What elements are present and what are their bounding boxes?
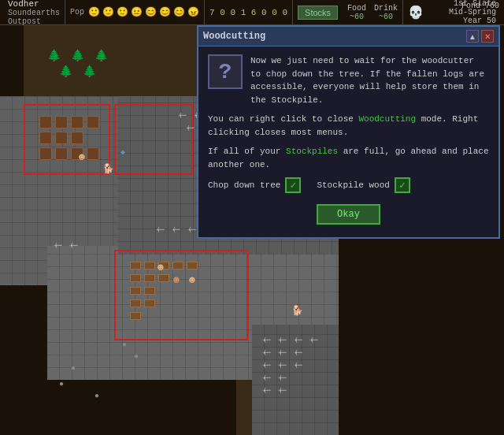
pop-section: Pop 🙂 🙂 🙂 😐 😊 😊 😊 😠	[65, 0, 205, 24]
fond-label: Fond 760	[461, 2, 499, 10]
log-11	[130, 299, 141, 307]
barrel-6	[55, 132, 68, 144]
food-label: Food	[347, 4, 366, 13]
drink-section: Drink ~60	[374, 4, 398, 21]
dwarf-face-2: 🙂	[102, 6, 114, 18]
log-4	[172, 262, 183, 270]
rock-5: ●	[134, 352, 139, 361]
log-6	[130, 274, 141, 282]
barrel-1	[39, 116, 52, 128]
dwarf-sprite-3: ☻	[173, 274, 180, 286]
barrel-9	[55, 147, 68, 160]
log-12	[144, 299, 155, 307]
log-13	[130, 312, 141, 320]
dog-2: 🐕	[291, 305, 303, 317]
modal-controls: ▲ ✕	[466, 30, 494, 43]
modal-paragraph-1: Now we just need to wait for the woodcut…	[208, 54, 489, 106]
dwarf-face-4: 😐	[131, 6, 143, 18]
fort-name: Vodher	[8, 0, 60, 9]
dwarf-sprite-2: ☻	[158, 262, 164, 273]
barrel-4	[87, 116, 99, 128]
barrel-7	[71, 132, 83, 144]
ore-node-1: ◆	[120, 147, 125, 157]
dwarf-sprite-4: ☻	[189, 274, 195, 286]
dark-wall-bottom	[0, 380, 236, 435]
dwarf-face-6: 😊	[159, 6, 171, 18]
date-line3: Year 50	[463, 17, 496, 25]
modal-body: ? Now we just need to wait for the woodc…	[198, 46, 498, 237]
skull-section: 💀	[403, 5, 428, 20]
barrel-3	[71, 116, 83, 128]
log-10	[144, 287, 155, 295]
drink-value: ~60	[379, 13, 393, 21]
dark-wall-1	[0, 25, 24, 96]
rock-3: ●	[94, 392, 99, 400]
pop-numbers: 7 0 0 1 6 0 0 0	[205, 0, 293, 24]
barrel-11	[87, 147, 99, 160]
check-item-1: Chop down tree ✓	[208, 177, 301, 193]
stockpiles-highlight: Stockpiles	[286, 147, 338, 156]
log-9	[130, 287, 141, 295]
check-item-2: Stockpile wood ✓	[317, 177, 410, 193]
tree-4: 🌲	[59, 65, 72, 78]
check-label-2: Stockpile wood	[317, 180, 389, 190]
log-7	[144, 274, 155, 282]
checkmark-2: ✓	[395, 177, 410, 193]
pop-num-display: 7 0 0 1 6 0 0 0	[209, 8, 287, 17]
dwarf-face-3: 🙂	[117, 6, 128, 18]
game-area: Vodher Soundearths Outpost Pop 🙂 🙂 🙂 😐 😊…	[0, 0, 504, 435]
dwarf-face-8: 😠	[187, 6, 199, 18]
checklist: Chop down tree ✓ Stockpile wood ✓	[208, 177, 489, 193]
food-value: ~60	[350, 13, 364, 21]
log-5	[187, 262, 198, 270]
tree-3: 🌲	[94, 49, 108, 62]
barrel-5	[39, 132, 52, 144]
fort-sub2: Outpost	[8, 17, 60, 26]
check-label-1: Chop down tree	[208, 180, 280, 190]
food-section: Food ~60	[347, 4, 366, 21]
modal-close-button[interactable]: ✕	[481, 30, 494, 43]
food-drink-section: Food ~60 Drink ~60	[343, 0, 403, 24]
dwarf-sprite-1: ☻	[79, 151, 85, 163]
woodcutting-modal: Woodcutting ▲ ✕ ? Now we just need to wa…	[197, 25, 500, 239]
barrel-2	[55, 116, 68, 128]
tree-2: 🌲	[71, 49, 84, 62]
modal-title: Woodcutting	[203, 31, 265, 42]
stocks-button[interactable]: Stocks	[298, 6, 338, 20]
question-mark: ?	[219, 60, 232, 84]
modal-paragraph-2: You can right click to close Woodcutting…	[208, 113, 489, 139]
fort-sub1: Soundearths	[8, 9, 60, 17]
dwarf-face-1: 🙂	[88, 6, 100, 18]
dwarf-face-7: 😊	[173, 6, 185, 18]
log-2	[144, 262, 155, 270]
modal-footer: Okay	[208, 201, 489, 229]
modal-paragraph-3: If all of your Stockpiles are full, go a…	[208, 145, 489, 171]
log-8	[158, 274, 169, 282]
checkmark-1: ✓	[285, 177, 301, 193]
modal-titlebar: Woodcutting ▲ ✕	[198, 27, 498, 46]
pop-label: Pop	[70, 8, 84, 17]
tree-5: 🌲	[83, 65, 96, 78]
top-bar: Vodher Soundearths Outpost Pop 🙂 🙂 🙂 😐 😊…	[0, 0, 504, 25]
log-1	[130, 262, 141, 270]
okay-button[interactable]: Okay	[317, 204, 380, 225]
dog-1: 🐕	[102, 163, 114, 175]
barrel-8	[39, 147, 52, 160]
fort-info: Vodher Soundearths Outpost	[3, 0, 65, 24]
rock-2: ●	[59, 380, 64, 389]
drink-label: Drink	[374, 4, 398, 13]
rock-4: ●	[122, 340, 127, 349]
rock-1: ●	[71, 364, 76, 373]
dwarf-face-5: 😊	[145, 6, 157, 18]
woodcutting-highlight: Woodcutting	[358, 114, 416, 124]
tree-1: 🌲	[47, 49, 61, 62]
modal-scroll-up-button[interactable]: ▲	[466, 30, 479, 43]
question-box: ?	[208, 54, 243, 89]
skull-icon: 💀	[408, 5, 424, 20]
